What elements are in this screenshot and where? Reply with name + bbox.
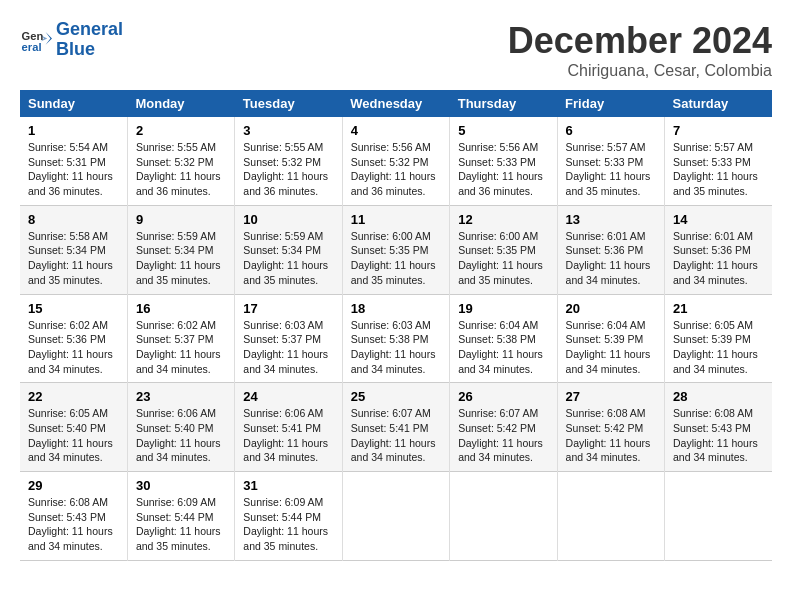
- col-saturday: Saturday: [665, 90, 772, 117]
- day-info: Sunrise: 6:06 AM Sunset: 5:40 PM Dayligh…: [136, 406, 226, 465]
- day-cell: 11 Sunrise: 6:00 AM Sunset: 5:35 PM Dayl…: [342, 205, 449, 294]
- day-cell: 1 Sunrise: 5:54 AM Sunset: 5:31 PM Dayli…: [20, 117, 127, 205]
- header-row: Sunday Monday Tuesday Wednesday Thursday…: [20, 90, 772, 117]
- day-cell: 21 Sunrise: 6:05 AM Sunset: 5:39 PM Dayl…: [665, 294, 772, 383]
- day-number: 9: [136, 212, 226, 227]
- day-number: 22: [28, 389, 119, 404]
- day-number: 29: [28, 478, 119, 493]
- day-info: Sunrise: 6:05 AM Sunset: 5:39 PM Dayligh…: [673, 318, 764, 377]
- day-cell: 6 Sunrise: 5:57 AM Sunset: 5:33 PM Dayli…: [557, 117, 664, 205]
- day-cell: [450, 472, 557, 561]
- svg-text:Gen: Gen: [22, 30, 44, 42]
- day-info: Sunrise: 5:54 AM Sunset: 5:31 PM Dayligh…: [28, 140, 119, 199]
- day-info: Sunrise: 6:02 AM Sunset: 5:37 PM Dayligh…: [136, 318, 226, 377]
- day-number: 30: [136, 478, 226, 493]
- col-wednesday: Wednesday: [342, 90, 449, 117]
- day-cell: 31 Sunrise: 6:09 AM Sunset: 5:44 PM Dayl…: [235, 472, 342, 561]
- day-info: Sunrise: 6:09 AM Sunset: 5:44 PM Dayligh…: [136, 495, 226, 554]
- day-cell: 30 Sunrise: 6:09 AM Sunset: 5:44 PM Dayl…: [127, 472, 234, 561]
- day-number: 3: [243, 123, 333, 138]
- day-cell: 8 Sunrise: 5:58 AM Sunset: 5:34 PM Dayli…: [20, 205, 127, 294]
- day-cell: 10 Sunrise: 5:59 AM Sunset: 5:34 PM Dayl…: [235, 205, 342, 294]
- day-number: 12: [458, 212, 548, 227]
- day-info: Sunrise: 6:09 AM Sunset: 5:44 PM Dayligh…: [243, 495, 333, 554]
- day-cell: 4 Sunrise: 5:56 AM Sunset: 5:32 PM Dayli…: [342, 117, 449, 205]
- col-tuesday: Tuesday: [235, 90, 342, 117]
- day-cell: 3 Sunrise: 5:55 AM Sunset: 5:32 PM Dayli…: [235, 117, 342, 205]
- day-number: 4: [351, 123, 441, 138]
- day-cell: 16 Sunrise: 6:02 AM Sunset: 5:37 PM Dayl…: [127, 294, 234, 383]
- day-info: Sunrise: 6:08 AM Sunset: 5:42 PM Dayligh…: [566, 406, 656, 465]
- day-number: 15: [28, 301, 119, 316]
- col-monday: Monday: [127, 90, 234, 117]
- day-info: Sunrise: 5:57 AM Sunset: 5:33 PM Dayligh…: [673, 140, 764, 199]
- calendar-subtitle: Chiriguana, Cesar, Colombia: [508, 62, 772, 80]
- day-info: Sunrise: 6:03 AM Sunset: 5:37 PM Dayligh…: [243, 318, 333, 377]
- day-number: 25: [351, 389, 441, 404]
- day-number: 28: [673, 389, 764, 404]
- day-cell: [342, 472, 449, 561]
- day-cell: 24 Sunrise: 6:06 AM Sunset: 5:41 PM Dayl…: [235, 383, 342, 472]
- day-cell: 19 Sunrise: 6:04 AM Sunset: 5:38 PM Dayl…: [450, 294, 557, 383]
- day-number: 16: [136, 301, 226, 316]
- day-info: Sunrise: 6:04 AM Sunset: 5:39 PM Dayligh…: [566, 318, 656, 377]
- day-cell: [557, 472, 664, 561]
- week-row-1: 1 Sunrise: 5:54 AM Sunset: 5:31 PM Dayli…: [20, 117, 772, 205]
- day-cell: 17 Sunrise: 6:03 AM Sunset: 5:37 PM Dayl…: [235, 294, 342, 383]
- day-number: 19: [458, 301, 548, 316]
- day-cell: 13 Sunrise: 6:01 AM Sunset: 5:36 PM Dayl…: [557, 205, 664, 294]
- day-number: 8: [28, 212, 119, 227]
- day-info: Sunrise: 6:01 AM Sunset: 5:36 PM Dayligh…: [566, 229, 656, 288]
- day-info: Sunrise: 5:55 AM Sunset: 5:32 PM Dayligh…: [243, 140, 333, 199]
- day-number: 5: [458, 123, 548, 138]
- day-cell: 18 Sunrise: 6:03 AM Sunset: 5:38 PM Dayl…: [342, 294, 449, 383]
- day-info: Sunrise: 5:56 AM Sunset: 5:33 PM Dayligh…: [458, 140, 548, 199]
- day-number: 20: [566, 301, 656, 316]
- day-number: 27: [566, 389, 656, 404]
- logo-icon: Gen eral: [20, 24, 52, 56]
- day-info: Sunrise: 5:59 AM Sunset: 5:34 PM Dayligh…: [136, 229, 226, 288]
- title-block: December 2024 Chiriguana, Cesar, Colombi…: [508, 20, 772, 80]
- col-friday: Friday: [557, 90, 664, 117]
- day-cell: 22 Sunrise: 6:05 AM Sunset: 5:40 PM Dayl…: [20, 383, 127, 472]
- day-info: Sunrise: 5:57 AM Sunset: 5:33 PM Dayligh…: [566, 140, 656, 199]
- day-info: Sunrise: 5:55 AM Sunset: 5:32 PM Dayligh…: [136, 140, 226, 199]
- day-number: 11: [351, 212, 441, 227]
- col-sunday: Sunday: [20, 90, 127, 117]
- logo-text-line2: Blue: [56, 40, 123, 60]
- calendar-table: Sunday Monday Tuesday Wednesday Thursday…: [20, 90, 772, 561]
- day-info: Sunrise: 5:56 AM Sunset: 5:32 PM Dayligh…: [351, 140, 441, 199]
- day-number: 24: [243, 389, 333, 404]
- week-row-5: 29 Sunrise: 6:08 AM Sunset: 5:43 PM Dayl…: [20, 472, 772, 561]
- day-info: Sunrise: 6:08 AM Sunset: 5:43 PM Dayligh…: [28, 495, 119, 554]
- day-cell: 29 Sunrise: 6:08 AM Sunset: 5:43 PM Dayl…: [20, 472, 127, 561]
- svg-text:eral: eral: [22, 41, 42, 53]
- day-number: 13: [566, 212, 656, 227]
- day-number: 23: [136, 389, 226, 404]
- day-info: Sunrise: 6:06 AM Sunset: 5:41 PM Dayligh…: [243, 406, 333, 465]
- day-number: 31: [243, 478, 333, 493]
- week-row-3: 15 Sunrise: 6:02 AM Sunset: 5:36 PM Dayl…: [20, 294, 772, 383]
- day-cell: 12 Sunrise: 6:00 AM Sunset: 5:35 PM Dayl…: [450, 205, 557, 294]
- day-number: 2: [136, 123, 226, 138]
- day-info: Sunrise: 6:03 AM Sunset: 5:38 PM Dayligh…: [351, 318, 441, 377]
- day-number: 6: [566, 123, 656, 138]
- day-info: Sunrise: 6:00 AM Sunset: 5:35 PM Dayligh…: [351, 229, 441, 288]
- day-cell: 26 Sunrise: 6:07 AM Sunset: 5:42 PM Dayl…: [450, 383, 557, 472]
- day-number: 18: [351, 301, 441, 316]
- day-cell: 28 Sunrise: 6:08 AM Sunset: 5:43 PM Dayl…: [665, 383, 772, 472]
- day-number: 7: [673, 123, 764, 138]
- day-cell: 7 Sunrise: 5:57 AM Sunset: 5:33 PM Dayli…: [665, 117, 772, 205]
- day-cell: [665, 472, 772, 561]
- day-cell: 25 Sunrise: 6:07 AM Sunset: 5:41 PM Dayl…: [342, 383, 449, 472]
- day-info: Sunrise: 6:00 AM Sunset: 5:35 PM Dayligh…: [458, 229, 548, 288]
- day-info: Sunrise: 6:07 AM Sunset: 5:42 PM Dayligh…: [458, 406, 548, 465]
- day-info: Sunrise: 6:08 AM Sunset: 5:43 PM Dayligh…: [673, 406, 764, 465]
- day-cell: 23 Sunrise: 6:06 AM Sunset: 5:40 PM Dayl…: [127, 383, 234, 472]
- day-cell: 5 Sunrise: 5:56 AM Sunset: 5:33 PM Dayli…: [450, 117, 557, 205]
- day-cell: 27 Sunrise: 6:08 AM Sunset: 5:42 PM Dayl…: [557, 383, 664, 472]
- col-thursday: Thursday: [450, 90, 557, 117]
- day-info: Sunrise: 6:05 AM Sunset: 5:40 PM Dayligh…: [28, 406, 119, 465]
- day-number: 14: [673, 212, 764, 227]
- day-number: 26: [458, 389, 548, 404]
